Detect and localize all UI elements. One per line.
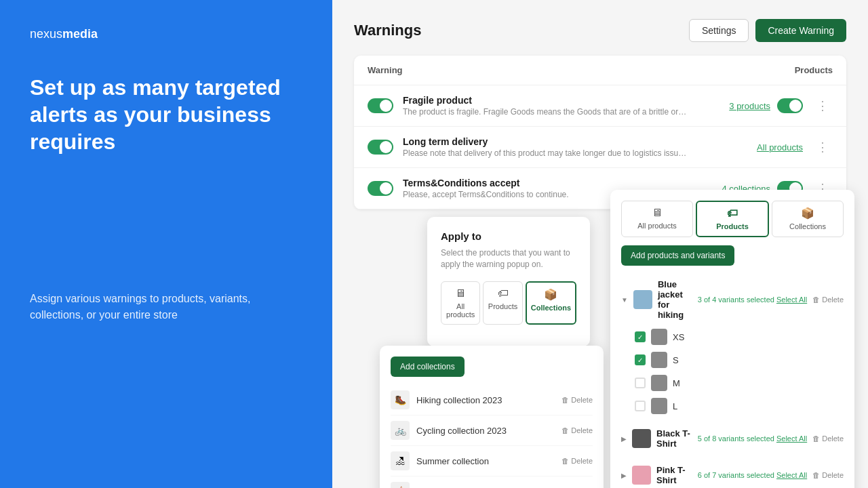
warning-info-terms: Terms&Conditions accept Please, accept T… (403, 178, 712, 199)
product-name: Pink T-Shirt (656, 465, 692, 485)
trash-icon: 🗑 (812, 296, 820, 304)
product-thumb (633, 290, 652, 309)
variant-checkbox-l[interactable] (635, 401, 646, 411)
product-group-pink: ▶ Pink T-Shirt 6 of 7 variants selected … (621, 460, 844, 488)
warning-products-fragile: 3 products (729, 98, 803, 113)
delete-collection-btn[interactable]: 🗑 Delete (561, 426, 593, 434)
add-products-button[interactable]: Add products and variants (621, 245, 734, 266)
create-warning-button[interactable]: Create Warning (755, 19, 846, 42)
tab-collections-label: Collections (531, 304, 571, 312)
product-group-header: ▶ Black T-Shirt 5 of 8 variants selected… (621, 423, 844, 454)
variant-meta: 5 of 8 variants selected Select All (698, 434, 807, 443)
delete-product-btn[interactable]: 🗑 Delete (812, 471, 844, 479)
chevron-right-icon[interactable]: ▶ (621, 435, 627, 443)
collections-popup: Add collections 🥾 Hiking collection 2023… (380, 346, 604, 488)
product-thumb (632, 466, 651, 485)
warning-name: Terms&Conditions accept (403, 178, 712, 188)
table-row: Fragile product The product is fragile. … (354, 85, 846, 127)
variant-row: ✓ XS (621, 325, 844, 348)
tab-products-label-2: Products (716, 222, 749, 230)
variant-size: XS (673, 332, 844, 342)
warning-name: Fragile product (403, 95, 719, 106)
apply-popup-desc: Select the products that you want to app… (441, 247, 576, 270)
select-all-link[interactable]: Select All (776, 296, 807, 304)
apply-tab-selector: 🖥 All products 🏷 Products 📦 Collections (441, 281, 576, 325)
warning-desc: Please, accept Terms&Conditions to conti… (403, 190, 688, 199)
more-icon-delivery[interactable]: ⋮ (812, 138, 833, 156)
product-thumb (632, 429, 651, 448)
chevron-right-icon[interactable]: ▶ (621, 472, 627, 479)
tab-all-label: All products (446, 302, 475, 319)
collection-icon: 🏖 (391, 451, 410, 470)
table-header: Warning Products (354, 56, 846, 85)
tab-products[interactable]: 🏷 Products (483, 281, 522, 325)
delete-product-btn[interactable]: 🗑 Delete (812, 296, 844, 304)
collections-icon: 📦 (544, 288, 557, 301)
collection-item: 🏖 Summer collection 🗑 Delete (391, 446, 593, 476)
product-group-jacket: ▼ Blue jacket for hiking 3 of 4 variants… (621, 274, 844, 418)
products-popup: 🖥 All products 🏷 Products 📦 Collections … (610, 190, 854, 488)
variant-checkbox-s[interactable]: ✓ (635, 354, 646, 365)
delete-collection-btn[interactable]: 🗑 Delete (561, 396, 593, 404)
variant-thumb (651, 352, 667, 368)
page-title: Warnings (354, 22, 421, 39)
variant-size: L (673, 401, 844, 411)
collection-icon: 🥾 (391, 390, 410, 409)
warning-desc: Please note that delivery of this produc… (403, 148, 688, 158)
variant-row: L (621, 394, 844, 418)
apply-to-popup: Apply to Select the products that you wa… (427, 217, 590, 346)
variant-size: M (673, 378, 844, 388)
collection-name: Hiking collection 2023 (416, 395, 555, 405)
toggle-delivery[interactable] (368, 140, 393, 155)
variant-meta: 6 of 7 variants selected Select All (698, 471, 807, 479)
right-panel: Warnings Settings Create Warning Warning… (332, 0, 868, 488)
apply-popup-title: Apply to (441, 230, 576, 242)
trash-icon: 🗑 (561, 396, 569, 404)
products-link-terms[interactable]: 4 collections (722, 184, 770, 194)
variant-row: M (621, 371, 844, 394)
warning-products-terms: 4 collections (722, 181, 803, 196)
delete-collection-btn[interactable]: 🗑 Delete (561, 457, 593, 465)
settings-button[interactable]: Settings (689, 19, 749, 42)
page-header: Warnings Settings Create Warning (354, 19, 846, 42)
variant-size: S (673, 355, 844, 365)
variant-thumb (651, 375, 667, 391)
variant-checkbox-xs[interactable]: ✓ (635, 331, 646, 342)
table-row: Terms&Conditions accept Please, accept T… (354, 168, 846, 209)
select-all-link[interactable]: Select All (776, 471, 807, 479)
trash-icon: 🗑 (812, 471, 820, 479)
product-group-header: ▼ Blue jacket for hiking 3 of 4 variants… (621, 274, 844, 325)
warnings-table: Warning Products Fragile product The pro… (354, 56, 846, 209)
more-icon-terms[interactable]: ⋮ (812, 180, 833, 197)
tab-collections-label-2: Collections (789, 222, 826, 230)
logo: nexusmedia (30, 27, 302, 41)
variant-thumb (651, 398, 667, 414)
products-icon: 🏷 (498, 287, 509, 300)
products-link-fragile[interactable]: 3 products (729, 101, 770, 111)
tab-products-label: Products (488, 302, 517, 310)
product-name: Black T-Shirt (656, 428, 692, 449)
warning-desc: The product is fragile. Fragile Goods me… (403, 107, 688, 117)
toggle-fragile[interactable] (368, 98, 393, 113)
header-actions: Settings Create Warning (689, 19, 846, 42)
collection-name: Summer collection (416, 456, 555, 466)
select-all-link[interactable]: Select All (776, 434, 807, 443)
toggle-terms[interactable] (368, 181, 393, 196)
products-link-delivery[interactable]: All products (757, 142, 803, 152)
tab-all-products[interactable]: 🖥 All products (441, 281, 480, 325)
toggle-green-fragile[interactable] (777, 98, 803, 113)
tab-collections[interactable]: 📦 Collections (526, 281, 576, 325)
more-icon-fragile[interactable]: ⋮ (812, 97, 833, 115)
chevron-down-icon[interactable]: ▼ (621, 296, 628, 304)
delete-product-btn[interactable]: 🗑 Delete (812, 434, 844, 443)
product-group-header: ▶ Pink T-Shirt 6 of 7 variants selected … (621, 460, 844, 488)
collection-icon: 🚲 (391, 421, 410, 440)
product-group-black: ▶ Black T-Shirt 5 of 8 variants selected… (621, 423, 844, 454)
add-collections-button[interactable]: Add collections (391, 357, 465, 377)
variant-checkbox-m[interactable] (635, 378, 646, 388)
collection-name: Cycling collection 2023 (416, 426, 555, 436)
toggle-green-terms[interactable] (777, 181, 803, 196)
variant-thumb (651, 329, 667, 345)
collection-icon: 🍂 (391, 482, 410, 488)
collection-item: 🚲 Cycling collection 2023 🗑 Delete (391, 415, 593, 446)
